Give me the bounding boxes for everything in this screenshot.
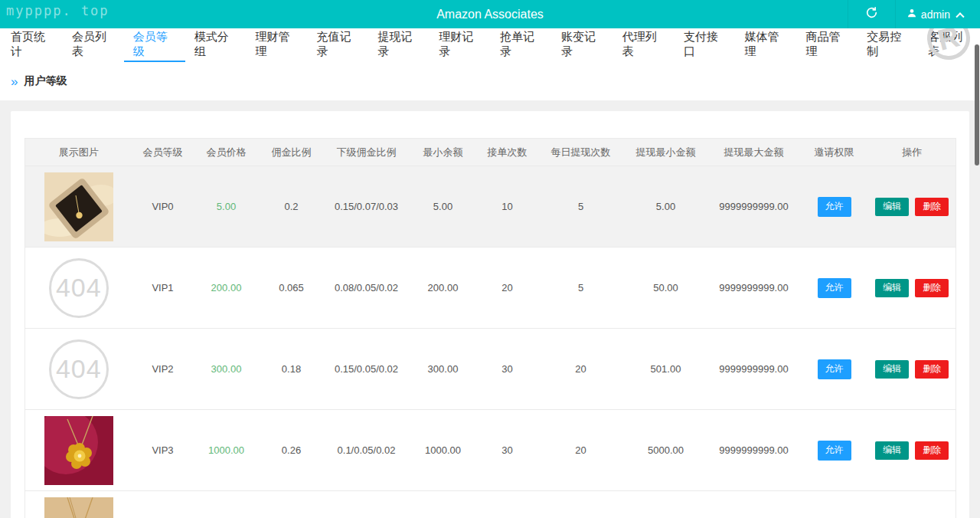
nav-tab[interactable]: 模式分组 bbox=[185, 28, 247, 62]
edit-button[interactable]: 编辑 bbox=[875, 198, 909, 216]
allow-button[interactable]: 允许 bbox=[818, 278, 851, 298]
daily-withdrawals-cell: 5 bbox=[538, 248, 624, 329]
edit-button[interactable]: 编辑 bbox=[875, 360, 909, 379]
edit-button[interactable]: 编辑 bbox=[875, 279, 909, 297]
column-header: 会员价格 bbox=[194, 139, 260, 166]
max-withdraw-cell: 9999999999.00 bbox=[708, 166, 800, 248]
sub-commission-cell bbox=[324, 491, 410, 518]
nav-tab[interactable]: 媒体管理 bbox=[736, 28, 797, 62]
nav-tab[interactable]: 理财记录 bbox=[430, 28, 491, 62]
nav-tab[interactable]: 提现记录 bbox=[368, 28, 430, 62]
table-body: VIP05.000.20.15/0.07/0.035.001055.009999… bbox=[25, 166, 956, 518]
max-withdraw-cell bbox=[708, 491, 800, 518]
daily-withdrawals-cell: 20 bbox=[538, 410, 624, 491]
delete-button[interactable]: 删除 bbox=[915, 441, 949, 460]
delete-button[interactable]: 删除 bbox=[915, 279, 949, 297]
sub-commission-cell: 0.1/0.05/0.02 bbox=[324, 410, 410, 491]
orders-cell: 30 bbox=[477, 329, 538, 410]
level-cell: VIP2 bbox=[132, 329, 194, 410]
invite-cell: 允许 bbox=[800, 166, 869, 248]
nav-tab[interactable]: 会员等级 bbox=[124, 28, 185, 62]
price-cell: 200.00 bbox=[194, 248, 260, 329]
nav-tab[interactable]: 会员列表 bbox=[63, 28, 124, 62]
table-row: VIP31000.000.260.1/0.05/0.021000.0030205… bbox=[25, 410, 956, 491]
price-cell bbox=[194, 491, 260, 518]
actions-cell: 编辑删除 bbox=[869, 410, 956, 491]
min-withdraw-cell: 5.00 bbox=[624, 166, 708, 248]
refresh-button[interactable] bbox=[848, 0, 895, 28]
edit-button[interactable]: 编辑 bbox=[875, 441, 909, 460]
allow-button[interactable]: 允许 bbox=[818, 359, 851, 379]
commission-cell bbox=[260, 491, 324, 518]
level-cell: VIP0 bbox=[132, 166, 194, 248]
min-withdraw-cell bbox=[624, 491, 708, 518]
daily-withdrawals-cell: 20 bbox=[538, 329, 624, 410]
app-title: Amazon Associates bbox=[0, 8, 980, 21]
user-icon bbox=[906, 8, 917, 21]
level-cell bbox=[132, 491, 194, 518]
invite-cell: 允许 bbox=[800, 248, 869, 329]
nav-tab[interactable]: 商品管理 bbox=[796, 28, 858, 62]
image-cell bbox=[25, 491, 132, 518]
topbar: mypppp. top Amazon Associates admin bbox=[0, 0, 980, 28]
nav-tab[interactable]: 支付接口 bbox=[675, 28, 736, 62]
commission-cell: 0.26 bbox=[260, 410, 324, 491]
allow-button[interactable]: 允许 bbox=[818, 441, 851, 461]
commission-cell: 0.065 bbox=[260, 248, 324, 329]
orders-cell: 20 bbox=[477, 248, 538, 329]
delete-button[interactable]: 删除 bbox=[915, 198, 949, 216]
commission-cell: 0.2 bbox=[260, 166, 324, 248]
image-cell: 404 bbox=[25, 329, 132, 410]
min-balance-cell: 5.00 bbox=[410, 166, 477, 248]
breadcrumb-chevrons-icon: » bbox=[11, 75, 18, 88]
table-row: 404VIP2300.000.180.15/0.05/0.02300.00302… bbox=[25, 329, 956, 410]
nav-tab[interactable]: 充值记录 bbox=[307, 28, 368, 62]
nav-tab[interactable]: 首页统计 bbox=[2, 28, 63, 62]
nav-tab[interactable]: 客服列表 bbox=[919, 28, 980, 62]
column-header: 会员等级 bbox=[132, 139, 194, 166]
actions-cell: 编辑删除 bbox=[869, 329, 956, 410]
refresh-icon bbox=[865, 6, 878, 22]
content-area: 展示图片会员等级会员价格佣金比例下级佣金比例最小余额接单次数每日提现次数提现最小… bbox=[0, 100, 980, 507]
nav-tab[interactable]: 理财管理 bbox=[247, 28, 308, 62]
vertical-scrollbar[interactable] bbox=[975, 44, 979, 166]
max-withdraw-cell: 9999999999.00 bbox=[708, 248, 800, 329]
nav-tab[interactable]: 代理列表 bbox=[613, 28, 675, 62]
image-cell bbox=[25, 410, 132, 491]
column-header: 邀请权限 bbox=[800, 139, 869, 166]
vip-levels-table: 展示图片会员等级会员价格佣金比例下级佣金比例最小余额接单次数每日提现次数提现最小… bbox=[24, 138, 956, 518]
product-image bbox=[44, 172, 113, 241]
user-menu[interactable]: admin bbox=[895, 0, 974, 28]
sub-commission-cell: 0.08/0.05/0.02 bbox=[324, 248, 410, 329]
table-card: 展示图片会员等级会员价格佣金比例下级佣金比例最小余额接单次数每日提现次数提现最小… bbox=[11, 111, 969, 518]
invite-cell: 允许 bbox=[800, 410, 869, 491]
level-cell: VIP3 bbox=[132, 410, 194, 491]
nav-tab[interactable]: 账变记录 bbox=[552, 28, 613, 62]
table-row bbox=[25, 491, 956, 518]
price-cell: 1000.00 bbox=[194, 410, 260, 491]
nav-tab[interactable]: 交易控制 bbox=[858, 28, 919, 62]
min-withdraw-cell: 5000.00 bbox=[624, 410, 708, 491]
page-title: 用户等级 bbox=[24, 74, 67, 88]
chevron-up-icon bbox=[956, 12, 964, 21]
allow-button[interactable]: 允许 bbox=[818, 197, 851, 217]
breadcrumb: » 用户等级 bbox=[0, 62, 980, 100]
table-row: 404VIP1200.000.0650.08/0.05/0.02200.0020… bbox=[25, 248, 956, 329]
column-header: 提现最大金额 bbox=[708, 139, 800, 166]
nav-tabs: 首页统计会员列表会员等级模式分组理财管理充值记录提现记录理财记录抢单记录账变记录… bbox=[0, 28, 980, 62]
product-image bbox=[44, 497, 113, 518]
level-cell: VIP1 bbox=[132, 248, 194, 329]
max-withdraw-cell: 9999999999.00 bbox=[708, 329, 800, 410]
nav-tab[interactable]: 抢单记录 bbox=[491, 28, 552, 62]
image-placeholder-404: 404 bbox=[49, 339, 109, 399]
table-row: VIP05.000.20.15/0.07/0.035.001055.009999… bbox=[25, 166, 956, 248]
column-header: 操作 bbox=[869, 139, 956, 166]
delete-button[interactable]: 删除 bbox=[915, 360, 949, 379]
min-withdraw-cell: 501.00 bbox=[624, 329, 708, 410]
product-image bbox=[44, 416, 113, 485]
table-header-row: 展示图片会员等级会员价格佣金比例下级佣金比例最小余额接单次数每日提现次数提现最小… bbox=[25, 139, 956, 166]
daily-withdrawals-cell: 5 bbox=[538, 166, 624, 248]
min-balance-cell: 1000.00 bbox=[410, 410, 477, 491]
min-balance-cell: 300.00 bbox=[410, 329, 477, 410]
orders-cell: 30 bbox=[477, 410, 538, 491]
